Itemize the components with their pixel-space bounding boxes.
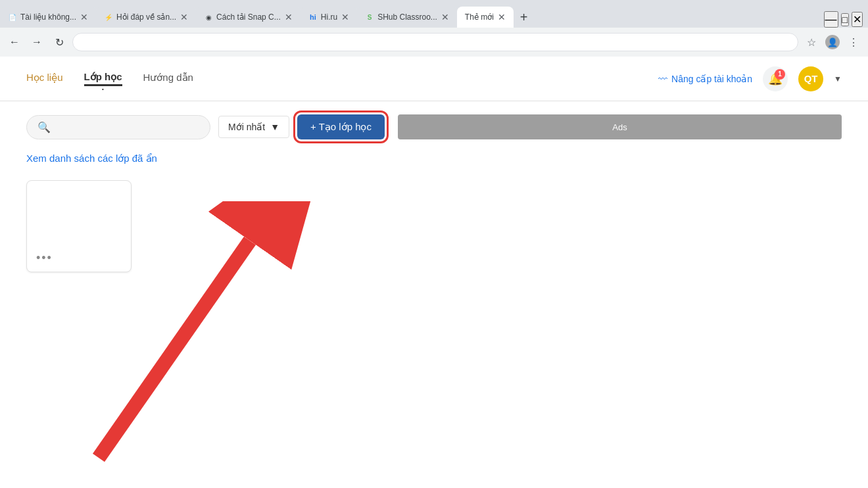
back-button[interactable]: ← — [5, 33, 24, 51]
reload-button[interactable]: ↻ — [50, 33, 68, 51]
tab-bar: 📄 Tài liệu không... ✕ ⚡ Hỏi đáp về sản..… — [0, 0, 868, 28]
tab5-favicon: S — [365, 12, 374, 22]
main-nav: Học liệu Lớp học Hướng dẫn 〰 Nâng cấp tà… — [0, 57, 868, 101]
card-menu-icon[interactable]: ••• — [36, 251, 53, 265]
create-class-button[interactable]: + Tạo lớp học — [297, 114, 385, 139]
tab5-close[interactable]: ✕ — [441, 12, 449, 22]
page: Học liệu Lớp học Hướng dẫn 〰 Nâng cấp tà… — [0, 57, 868, 488]
ads-bar: Ads — [398, 114, 842, 139]
bookmark-icon[interactable]: ☆ — [802, 33, 821, 51]
tab6-close[interactable]: ✕ — [498, 12, 506, 22]
address-bar[interactable] — [72, 33, 798, 51]
nav-left: Học liệu Lớp học Hướng dẫn — [26, 71, 193, 86]
tab4-favicon: hi — [308, 12, 318, 22]
close-button[interactable]: ✕ — [852, 12, 863, 27]
notification-button[interactable]: 🔔 1 — [763, 66, 788, 91]
tab1-close[interactable]: ✕ — [80, 12, 88, 22]
tab2-close[interactable]: ✕ — [180, 12, 188, 22]
tab2-favicon: ⚡ — [104, 12, 113, 22]
class-card[interactable]: ••• — [26, 180, 132, 272]
tab-3[interactable]: ◉ Cách tải Snap C... ✕ — [196, 7, 301, 28]
sort-arrow-icon: ▼ — [270, 122, 279, 132]
page-content: 🔍 Mới nhất ▼ + Tạo lớp học Ads Xem danh … — [0, 101, 868, 285]
tab-4[interactable]: hi Hi.ru ✕ — [301, 7, 357, 28]
profile-icon[interactable]: 👤 — [823, 33, 842, 51]
upgrade-label: Nâng cấp tài khoản — [671, 74, 752, 84]
search-icon: 🔍 — [37, 121, 51, 134]
toolbar-actions: ☆ 👤 ⋮ — [802, 33, 863, 51]
search-input[interactable] — [51, 122, 199, 132]
tab1-favicon: 📄 — [8, 12, 17, 22]
tab3-favicon: ◉ — [204, 12, 213, 22]
tab-1[interactable]: 📄 Tài liệu không... ✕ — [0, 7, 96, 28]
tab2-label: Hỏi đáp về sản... — [116, 12, 176, 22]
hidden-classes-link[interactable]: Xem danh sách các lớp đã ẩn — [26, 153, 842, 164]
upgrade-icon: 〰 — [658, 74, 667, 84]
maximize-button[interactable]: □ — [841, 13, 849, 26]
content-toolbar: 🔍 Mới nhất ▼ + Tạo lớp học Ads — [26, 114, 842, 139]
tab5-label: SHub Classroo... — [377, 12, 437, 22]
new-tab-button[interactable]: + — [514, 7, 535, 28]
tab3-label: Cách tải Snap C... — [216, 12, 281, 22]
upgrade-link[interactable]: 〰 Nâng cấp tài khoản — [658, 74, 752, 84]
notification-badge: 1 — [775, 69, 785, 80]
search-box[interactable]: 🔍 — [26, 115, 210, 139]
tab4-label: Hi.ru — [321, 12, 337, 22]
nav-right: 〰 Nâng cấp tài khoản 🔔 1 QT ▼ — [658, 66, 842, 91]
tab6-label: Thẻ mới — [465, 12, 494, 22]
tab-2[interactable]: ⚡ Hỏi đáp về sản... ✕ — [96, 7, 196, 28]
nav-lop-hoc[interactable]: Lớp học — [84, 71, 122, 86]
tab-6[interactable]: Thẻ mới ✕ — [457, 7, 514, 28]
sort-label: Mới nhất — [228, 122, 265, 132]
nav-hoc-lieu[interactable]: Học liệu — [26, 72, 63, 86]
avatar-button[interactable]: QT — [798, 66, 823, 91]
dropdown-arrow[interactable]: ▼ — [834, 74, 842, 84]
browser-chrome: 📄 Tài liệu không... ✕ ⚡ Hỏi đáp về sản..… — [0, 0, 868, 57]
tab4-close[interactable]: ✕ — [341, 12, 349, 22]
tab3-close[interactable]: ✕ — [285, 12, 293, 22]
minimize-button[interactable]: — — [824, 11, 838, 28]
tab-5[interactable]: S SHub Classroo... ✕ — [357, 7, 457, 28]
browser-toolbar: ← → ↻ ☆ 👤 ⋮ — [0, 28, 868, 57]
forward-button[interactable]: → — [28, 33, 46, 51]
nav-huong-dan[interactable]: Hướng dẫn — [143, 72, 193, 86]
tab1-label: Tài liệu không... — [20, 12, 76, 22]
cards-area: ••• — [26, 180, 842, 272]
sort-dropdown[interactable]: Mới nhất ▼ — [218, 116, 289, 138]
menu-icon[interactable]: ⋮ — [844, 33, 863, 51]
